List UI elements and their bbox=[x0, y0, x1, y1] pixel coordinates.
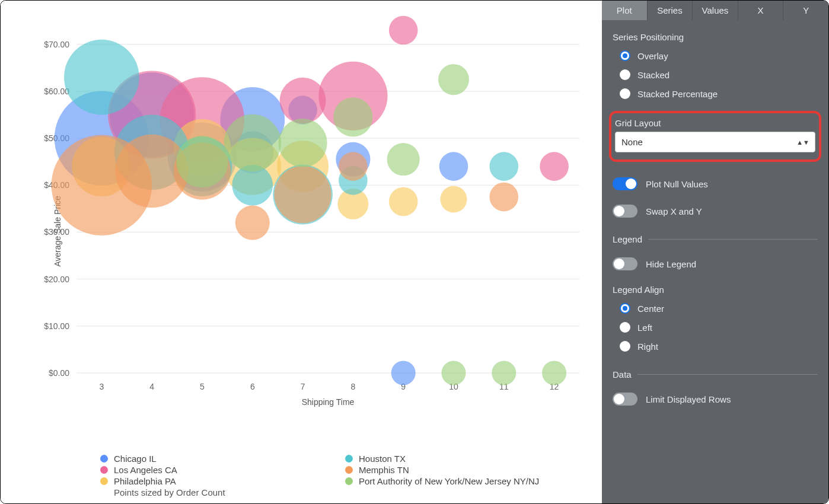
radio-icon bbox=[620, 50, 630, 61]
hide-legend-toggle[interactable] bbox=[613, 257, 637, 270]
data-point[interactable] bbox=[387, 143, 420, 176]
legend-swatch-icon bbox=[100, 466, 108, 474]
legend-align-label: Legend Align bbox=[613, 285, 818, 295]
data-point[interactable] bbox=[440, 186, 467, 213]
data-point[interactable] bbox=[489, 152, 518, 181]
svg-text:6: 6 bbox=[250, 382, 255, 391]
series-positioning-label: Series Positioning bbox=[613, 32, 818, 42]
limit-rows-label: Limit Displayed Rows bbox=[646, 394, 731, 404]
swap-xy-label: Swap X and Y bbox=[646, 206, 702, 216]
legend-label: Chicago IL bbox=[114, 454, 157, 464]
legend-align-option-right[interactable]: Right bbox=[620, 341, 818, 352]
svg-text:4: 4 bbox=[149, 382, 154, 391]
legend-swatch-icon bbox=[345, 466, 353, 474]
data-point[interactable] bbox=[176, 136, 228, 187]
data-point[interactable] bbox=[333, 97, 372, 136]
legend-align-option-label: Right bbox=[637, 342, 658, 352]
bubble-chart: $0.00$10.00$20.00$30.00$40.00$50.00$60.0… bbox=[12, 12, 590, 450]
legend-label: Los Angeles CA bbox=[114, 465, 177, 475]
data-point[interactable] bbox=[339, 152, 368, 181]
legend-swatch-icon bbox=[345, 477, 353, 485]
radio-icon bbox=[620, 69, 630, 80]
legend-item[interactable]: Chicago IL bbox=[100, 454, 345, 464]
legend-label: Memphis TN bbox=[359, 465, 409, 475]
data-point[interactable] bbox=[274, 166, 331, 223]
data-point[interactable] bbox=[235, 206, 270, 240]
legend-align-option-label: Left bbox=[637, 323, 652, 333]
svg-text:8: 8 bbox=[351, 382, 356, 391]
series-positioning-option-overlay[interactable]: Overlay bbox=[620, 50, 818, 61]
radio-icon bbox=[620, 341, 630, 352]
legend-align-option-center[interactable]: Center bbox=[620, 303, 818, 314]
data-point[interactable] bbox=[542, 361, 566, 385]
legend-swatch-icon bbox=[345, 455, 353, 462]
data-point[interactable] bbox=[441, 361, 465, 385]
legend-item[interactable]: Philadelphia PA bbox=[100, 476, 345, 486]
series-positioning-option-stacked-percentage[interactable]: Stacked Percentage bbox=[620, 88, 818, 99]
grid-layout-label: Grid Layout bbox=[615, 118, 815, 128]
data-point[interactable] bbox=[439, 152, 468, 181]
series-positioning-option-label: Overlay bbox=[637, 51, 668, 61]
data-point[interactable] bbox=[64, 40, 139, 115]
data-point[interactable] bbox=[389, 16, 418, 45]
data-point[interactable] bbox=[438, 64, 469, 95]
data-point[interactable] bbox=[389, 187, 418, 216]
plot-null-label: Plot Null Values bbox=[646, 179, 708, 189]
tab-x[interactable]: X bbox=[738, 1, 783, 20]
data-section-label: Data bbox=[613, 369, 632, 379]
legend-size-note: Points sized by Order Count bbox=[114, 487, 590, 497]
series-positioning-option-label: Stacked Percentage bbox=[637, 89, 718, 99]
series-positioning-option-stacked[interactable]: Stacked bbox=[620, 69, 818, 80]
legend-swatch-icon bbox=[100, 477, 108, 485]
data-point[interactable] bbox=[492, 361, 516, 385]
legend-label: Houston TX bbox=[359, 454, 406, 464]
legend-section-label: Legend bbox=[613, 234, 642, 244]
legend-item[interactable]: Los Angeles CA bbox=[100, 465, 345, 475]
plot-null-toggle[interactable] bbox=[613, 177, 637, 190]
svg-text:$0.00: $0.00 bbox=[49, 368, 69, 378]
swap-xy-toggle[interactable] bbox=[613, 205, 637, 218]
radio-icon bbox=[620, 322, 630, 333]
legend-item[interactable]: Houston TX bbox=[345, 454, 590, 464]
data-point[interactable] bbox=[224, 114, 281, 171]
legend-align-option-label: Center bbox=[637, 304, 664, 314]
tab-plot[interactable]: Plot bbox=[602, 1, 647, 20]
legend-item[interactable]: Port Authority of New York/New Jersey NY… bbox=[345, 476, 590, 486]
legend-align-option-left[interactable]: Left bbox=[620, 322, 818, 333]
svg-text:3: 3 bbox=[100, 382, 104, 391]
grid-layout-select[interactable]: None bbox=[615, 132, 815, 152]
data-point[interactable] bbox=[489, 183, 518, 212]
series-positioning-option-label: Stacked bbox=[637, 70, 669, 80]
svg-text:Shipping Time: Shipping Time bbox=[302, 397, 355, 407]
legend-label: Philadelphia PA bbox=[114, 476, 176, 486]
svg-text:$20.00: $20.00 bbox=[44, 275, 69, 284]
data-point[interactable] bbox=[278, 119, 327, 167]
chart-pane: Average Sale Price $0.00$10.00$20.00$30.… bbox=[1, 1, 602, 503]
grid-layout-highlight: Grid Layout None ▲▼ bbox=[609, 111, 821, 162]
legend-swatch-icon bbox=[100, 455, 108, 462]
tab-values[interactable]: Values bbox=[692, 1, 738, 20]
legend-label: Port Authority of New York/New Jersey NY… bbox=[359, 476, 539, 486]
legend-item[interactable]: Memphis TN bbox=[345, 465, 590, 475]
config-tabs: PlotSeriesValuesXY bbox=[602, 1, 828, 20]
radio-icon bbox=[620, 88, 630, 99]
tab-series[interactable]: Series bbox=[647, 1, 693, 20]
svg-text:7: 7 bbox=[301, 382, 305, 391]
config-sidebar: PlotSeriesValuesXY Series Positioning Ov… bbox=[602, 1, 828, 503]
hide-legend-label: Hide Legend bbox=[646, 259, 696, 269]
limit-rows-toggle[interactable] bbox=[613, 393, 637, 406]
tab-y[interactable]: Y bbox=[783, 1, 828, 20]
svg-text:$30.00: $30.00 bbox=[44, 227, 69, 237]
data-point[interactable] bbox=[540, 152, 569, 181]
data-point[interactable] bbox=[391, 361, 416, 385]
svg-text:5: 5 bbox=[200, 382, 205, 391]
svg-text:$10.00: $10.00 bbox=[44, 321, 69, 331]
legend: Chicago ILLos Angeles CAPhiladelphia PAH… bbox=[12, 450, 590, 497]
radio-icon bbox=[620, 303, 630, 314]
svg-text:$70.00: $70.00 bbox=[44, 40, 69, 49]
